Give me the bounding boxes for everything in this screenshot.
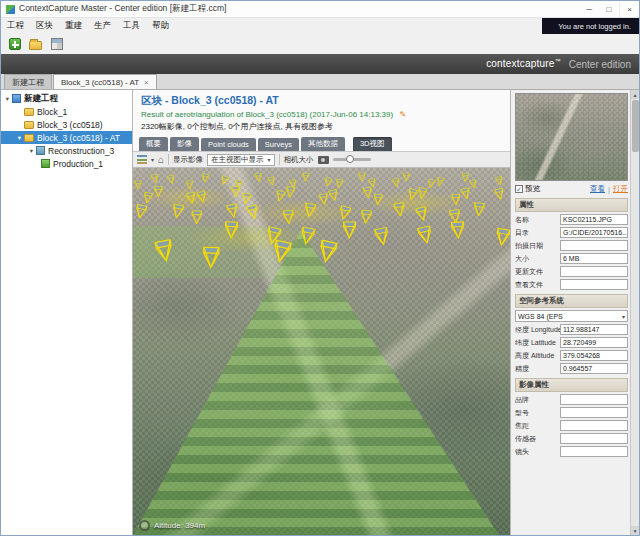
caret-down-icon[interactable]: ▾	[3, 95, 12, 103]
tree-item-production1[interactable]: Production_1	[1, 157, 132, 170]
field-value[interactable]	[560, 266, 628, 277]
camera-size-slider[interactable]	[333, 158, 371, 161]
field-size: 大小 6 MB	[515, 253, 628, 264]
open-link[interactable]: 打开	[613, 184, 628, 194]
field-value[interactable]: 379.054268	[560, 350, 628, 361]
document-tab-block-at[interactable]: Block_3 (cc0518) - AT ×	[53, 74, 157, 89]
compass-widget[interactable]	[139, 520, 150, 531]
3d-viewport[interactable]: Altitude: 394m	[133, 168, 510, 535]
section-image-properties: 影像属性	[515, 378, 628, 392]
preview-checkbox[interactable]: ✓ 预览	[515, 184, 540, 194]
login-status[interactable]: You are not logged in.	[542, 18, 639, 34]
field-label: 精度	[515, 364, 560, 374]
field-longitude: 经度 Longitude 112.988147	[515, 324, 628, 335]
new-project-icon	[9, 38, 21, 50]
field-label: 名称	[515, 215, 560, 225]
caret-down-icon[interactable]: ▾	[15, 134, 24, 142]
photo-thumbnail[interactable]	[515, 93, 628, 181]
field-value[interactable]: KSC02115.JPG	[560, 214, 628, 225]
field-value[interactable]: 112.988147	[560, 324, 628, 335]
checkbox-check-icon[interactable]: ✓	[515, 185, 523, 193]
trademark-symbol: ™	[555, 58, 561, 64]
camera-frustums-layer	[133, 168, 510, 278]
block-subtitle: Result of aerotriangulation of Block_3 (…	[141, 110, 502, 119]
brand-text: contextcapture	[486, 59, 554, 70]
srs-dropdown[interactable]: WGS 84 (EPS ▾	[515, 310, 628, 322]
menu-tools[interactable]: 工具	[117, 18, 146, 34]
menu-production[interactable]: 生产	[88, 18, 117, 34]
aerotriangulation-result-text: Result of aerotriangulation of Block_3 (…	[141, 110, 393, 119]
srs-combo-row: WGS 84 (EPS ▾	[515, 310, 628, 322]
scrollbar-thumb[interactable]	[632, 100, 639, 152]
tab-general[interactable]: 概要	[139, 137, 168, 151]
tree-item-label: Block_3 (cc0518) - AT	[37, 133, 120, 143]
tree-item-block3[interactable]: Block_3 (cc0518)	[1, 118, 132, 131]
field-value[interactable]	[560, 407, 628, 418]
grid-icon	[51, 38, 63, 50]
field-value[interactable]	[560, 240, 628, 251]
display-mode-dropdown[interactable]: 在主视图中显示 ▾	[207, 154, 275, 166]
field-label: 高度 Altitude	[515, 351, 560, 361]
slider-thumb[interactable]	[346, 155, 354, 163]
menu-help[interactable]: 帮助	[146, 18, 175, 34]
field-value[interactable]: 6 MB	[560, 253, 628, 264]
field-value[interactable]: 0.964557	[560, 363, 628, 374]
section-photo-properties: 属性	[515, 198, 628, 212]
layers-icon[interactable]	[137, 155, 147, 164]
tab-3d-view[interactable]: 3D视图	[353, 137, 392, 151]
scroll-down-arrow[interactable]: ▼	[631, 526, 639, 535]
tree-item-label: 新建工程	[24, 93, 58, 105]
menu-project[interactable]: 工程	[1, 18, 30, 34]
field-value[interactable]: 28.720499	[560, 337, 628, 348]
tree-item-label: Reconstruction_3	[48, 146, 114, 156]
menu-block[interactable]: 区块	[30, 18, 59, 34]
display-photos-label: 显示影像	[173, 155, 203, 165]
open-project-button[interactable]	[27, 36, 44, 53]
maximize-button[interactable]: □	[599, 1, 619, 17]
tab-close-icon[interactable]: ×	[144, 78, 149, 87]
document-tab-label: Block_3 (cc0518) - AT	[61, 78, 139, 87]
main-panel: 区块 - Block_3 (cc0518) - AT Result of aer…	[133, 90, 510, 535]
menubar: 工程 区块 重建 生产 工具 帮助 You are not logged in.	[1, 18, 639, 34]
field-name: 名称 KSC02115.JPG	[515, 214, 628, 225]
menu-reconstruction[interactable]: 重建	[59, 18, 88, 34]
field-model: 型号	[515, 407, 628, 418]
tree-item-project-root[interactable]: ▾ 新建工程	[1, 92, 132, 105]
edit-pencil-icon[interactable]: ✎	[399, 110, 406, 119]
field-label: 查看文件	[515, 280, 560, 290]
field-value[interactable]	[560, 394, 628, 405]
minimize-button[interactable]: ─	[579, 1, 599, 17]
display-mode-value: 在主视图中显示	[211, 155, 264, 165]
field-value[interactable]: G:/CIDE/20170516...	[560, 227, 628, 238]
tree-item-block3-at[interactable]: ▾ Block_3 (cc0518) - AT	[1, 131, 132, 144]
brand-name: contextcapture™	[486, 58, 561, 69]
document-tab-project[interactable]: 新建工程	[4, 74, 52, 89]
caret-down-icon[interactable]: ▾	[151, 156, 154, 163]
view-link[interactable]: 查看	[590, 184, 605, 194]
camera-size-label: 相机大小	[284, 155, 314, 165]
project-overview-button[interactable]	[48, 36, 65, 53]
tab-surveys[interactable]: Surveys	[258, 138, 299, 151]
field-value[interactable]	[560, 279, 628, 290]
preview-label: 预览	[525, 184, 540, 194]
tree-item-block1[interactable]: Block_1	[1, 105, 132, 118]
close-button[interactable]: ×	[619, 1, 639, 17]
caret-down-icon[interactable]: ▾	[27, 147, 36, 155]
app-toolbar	[1, 34, 639, 54]
srs-value: WGS 84 (EPS	[518, 313, 563, 320]
tab-point-clouds[interactable]: Point clouds	[201, 138, 256, 151]
home-icon[interactable]: ⌂	[158, 155, 164, 165]
scroll-up-arrow[interactable]: ▲	[631, 90, 639, 99]
field-value[interactable]	[560, 446, 628, 457]
field-label: 镜头	[515, 447, 560, 457]
tab-photos[interactable]: 影像	[170, 137, 199, 151]
field-value[interactable]	[560, 433, 628, 444]
inspector-scrollbar[interactable]: ▲ ▼	[630, 90, 639, 535]
tree-item-reconstruction3[interactable]: ▾ Reconstruction_3	[1, 144, 132, 157]
altitude-readout: Altitude: 394m	[139, 520, 205, 531]
field-value[interactable]	[560, 420, 628, 431]
app-window: ContextCapture Master - Center edition […	[0, 0, 640, 536]
new-project-button[interactable]	[6, 36, 23, 53]
production-icon	[41, 159, 50, 168]
tab-additional-data[interactable]: 其他数据	[301, 137, 345, 151]
